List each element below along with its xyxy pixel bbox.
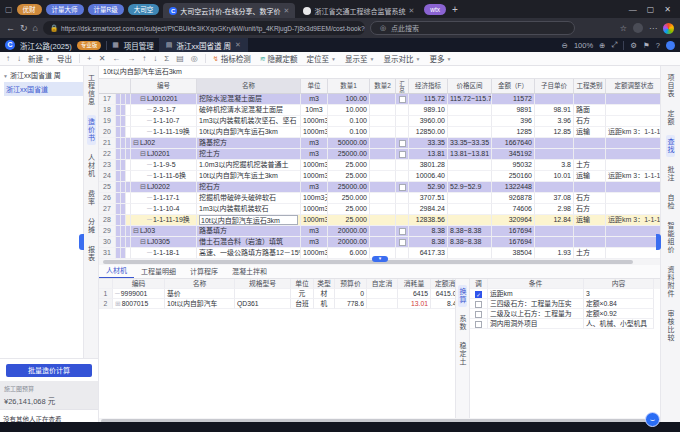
cell-summary-check[interactable] bbox=[396, 204, 409, 215]
cell-qty2[interactable] bbox=[370, 237, 396, 248]
table-row[interactable]: 30⊟LJ0305借土石混合料（岩渣）填筑m320000.008.388.38~… bbox=[99, 237, 660, 248]
right-tab-定额[interactable]: 定额 bbox=[666, 107, 675, 129]
checkbox-unchecked[interactable] bbox=[399, 151, 406, 158]
cell-price[interactable]: 3.8 bbox=[535, 160, 574, 171]
column-header-规格型号[interactable]: 规格型号 bbox=[235, 279, 291, 289]
cell-qty1[interactable]: 10.000 bbox=[328, 105, 370, 116]
cell-code[interactable]: ─1-1-11-19换 bbox=[131, 127, 197, 138]
cell-price[interactable] bbox=[535, 237, 574, 248]
cell-qty1[interactable]: 0.100 bbox=[328, 116, 370, 127]
table-row[interactable]: 23─1-1-9-51.0m3以内挖掘机挖装普通土1000m325.000380… bbox=[99, 160, 660, 171]
column-header-定额调整状态[interactable]: 定额调整状态 bbox=[606, 79, 660, 94]
adjust-row[interactable]: 洞内用洞外项目人、机械、小型机具 bbox=[470, 319, 660, 329]
cell-range[interactable] bbox=[448, 127, 492, 138]
right-tab-资料附件[interactable]: 资料附件 bbox=[666, 263, 675, 301]
cell-name[interactable]: 10t以内自卸汽车 bbox=[165, 299, 235, 309]
collapse-splitter-handle[interactable]: ▾ bbox=[372, 256, 388, 262]
cell-unit[interactable]: 100m3天 bbox=[301, 193, 328, 204]
cell-adjust-status[interactable] bbox=[606, 160, 660, 171]
cell-unit[interactable]: 10m3 bbox=[301, 105, 328, 116]
tab-group-pill[interactable]: 大司空 bbox=[128, 4, 160, 15]
cell-cat[interactable]: 运输 bbox=[574, 171, 606, 182]
cell-qty2[interactable] bbox=[370, 193, 396, 204]
cell-qty1[interactable]: 6.000 bbox=[328, 248, 370, 259]
cell-summary-check[interactable] bbox=[396, 215, 409, 226]
cell-code[interactable]: ─1-1-9-5 bbox=[131, 160, 197, 171]
cell-qty1[interactable]: 20000.00 bbox=[328, 237, 370, 248]
cell-name[interactable]: 1m3以内装载机装次坚石、坚石 bbox=[197, 116, 301, 127]
cell-qty2[interactable] bbox=[370, 94, 396, 105]
minimize-button[interactable]: — bbox=[629, 5, 637, 14]
cell-custom[interactable] bbox=[367, 289, 398, 299]
table-row[interactable]: 29⊟LJ03路基填方m320000.008.388.38~8.38167694 bbox=[99, 226, 660, 237]
cell-code[interactable]: ⊟LJ03 bbox=[131, 226, 197, 237]
new-button[interactable]: 新建▼ bbox=[28, 53, 50, 64]
cell-qty1[interactable]: 25000.00 bbox=[328, 149, 370, 160]
right-tab-项目表[interactable]: 项目表 bbox=[666, 71, 675, 101]
cell-amount[interactable]: 95032 bbox=[492, 160, 535, 171]
restore-button[interactable]: ▢ bbox=[647, 5, 655, 14]
close-tab-icon[interactable]: ✕ bbox=[235, 41, 241, 49]
cell-summary-check[interactable] bbox=[396, 160, 409, 171]
column-header-单位[interactable]: 单位 bbox=[291, 279, 314, 289]
cell-adjust-status[interactable] bbox=[606, 226, 660, 237]
cell-price[interactable]: 12.85 bbox=[535, 127, 574, 138]
checkbox-unchecked[interactable] bbox=[399, 96, 406, 103]
cell-code[interactable]: ─2-3-1-7 bbox=[131, 105, 197, 116]
cell-unit[interactable]: 1000m3 bbox=[301, 171, 328, 182]
cell-summary-check[interactable] bbox=[396, 127, 409, 138]
cell-price[interactable] bbox=[535, 138, 574, 149]
collapse-left-handle[interactable] bbox=[79, 234, 84, 250]
cell-summary-check[interactable] bbox=[396, 149, 409, 160]
cell-name[interactable]: 破碎机挖清水泥混凝土面层 bbox=[197, 105, 301, 116]
cell-summary-check[interactable] bbox=[396, 182, 409, 193]
toolbar-button-显示对比[interactable]: 显示对比▼ bbox=[383, 53, 420, 64]
cell-amount[interactable]: 1667640 bbox=[492, 138, 535, 149]
cell-code[interactable]: ─1-1-10-7 bbox=[131, 116, 197, 127]
assistant-fab[interactable]: ⌣ bbox=[645, 412, 660, 427]
cell-content[interactable]: 3 bbox=[584, 289, 654, 299]
toolbar-icon[interactable]: → bbox=[127, 54, 135, 63]
cell-cat[interactable]: 运输 bbox=[574, 215, 606, 226]
cell-summary-check[interactable] bbox=[396, 116, 409, 127]
cell-amount[interactable]: 74606 bbox=[492, 204, 535, 215]
column-header-数量1[interactable]: 数量1 bbox=[328, 79, 370, 94]
conversion-tab-系数[interactable]: 系数 bbox=[458, 312, 467, 334]
cell-cat[interactable] bbox=[574, 94, 606, 105]
batch-calc-button[interactable]: 批量造价计算 bbox=[6, 364, 92, 377]
collapse-icon[interactable]: ⊟ bbox=[140, 95, 146, 102]
cell-amount[interactable]: 167694 bbox=[492, 237, 535, 248]
cell-price[interactable]: 98.91 bbox=[535, 105, 574, 116]
cell-range[interactable]: 8.38~8.38 bbox=[448, 226, 492, 237]
cell-code[interactable]: ─1-1-11-19换 bbox=[131, 215, 197, 226]
cell-adjust-status[interactable] bbox=[606, 204, 660, 215]
tree-root-node[interactable]: ▼ 浙江xx国省道 周 bbox=[0, 66, 83, 82]
cell-econ[interactable]: 989.10 bbox=[409, 105, 448, 116]
toolbar-button-指标检测[interactable]: ↯指标检测 bbox=[213, 53, 251, 64]
cell-code[interactable]: ─1-1-17-1 bbox=[131, 193, 197, 204]
cell-name[interactable]: 10t以内自卸汽车运石3km bbox=[197, 215, 301, 226]
cell-amount[interactable]: 167694 bbox=[492, 226, 535, 237]
table-row[interactable]: 28─1-1-11-19换10t以内自卸汽车运石3km1000m325.0001… bbox=[99, 215, 660, 226]
cell-cat[interactable]: 路面 bbox=[574, 105, 606, 116]
toolbar-icon[interactable]: ↑ bbox=[142, 54, 146, 63]
right-tab-查找[interactable]: 查找 bbox=[666, 135, 675, 157]
tools-icon[interactable]: ⚙ bbox=[630, 41, 637, 50]
table-row[interactable]: 25⊟LJ0202挖石方m325000.0052.9052.9~52.91322… bbox=[99, 182, 660, 193]
cell-unit[interactable]: 台班 bbox=[291, 299, 314, 309]
bottom-tab-混凝土拌和[interactable]: 混凝土拌和 bbox=[225, 266, 274, 278]
cell-amount[interactable]: 9891 bbox=[492, 105, 535, 116]
left-tab-工程信息[interactable]: 工程信息 bbox=[87, 71, 96, 109]
user-avatar[interactable] bbox=[666, 41, 675, 50]
cell-econ[interactable]: 52.90 bbox=[409, 182, 448, 193]
cell-name[interactable]: 挖除水泥混凝土面层 bbox=[197, 94, 301, 105]
cell-unit[interactable]: 1000m3 bbox=[301, 116, 328, 127]
cell-cat[interactable]: 土方 bbox=[574, 160, 606, 171]
cell-price[interactable]: 3.96 bbox=[535, 116, 574, 127]
cell-price[interactable]: 2.98 bbox=[535, 204, 574, 215]
cell-editor[interactable]: 10t以内自卸汽车运石3km bbox=[199, 215, 298, 225]
cell-amount[interactable]: 396 bbox=[492, 116, 535, 127]
cell-range[interactable]: 115.72~115.72 bbox=[448, 94, 492, 105]
copilot-icon[interactable] bbox=[663, 23, 674, 34]
cell-qty1[interactable]: 25.000 bbox=[328, 204, 370, 215]
